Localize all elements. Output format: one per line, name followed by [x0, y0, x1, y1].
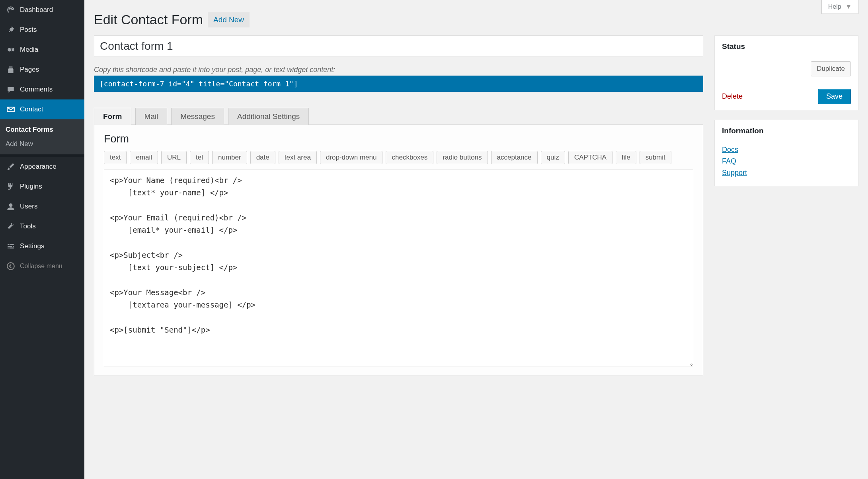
shortcode-box[interactable]: [contact-form-7 id="4" title="Contact fo… [94, 76, 703, 92]
dashboard-icon [6, 5, 16, 15]
tag-btn-acceptance[interactable]: acceptance [491, 151, 538, 164]
content-area: Help ▼ Edit Contact Form Add New Copy th… [84, 0, 868, 479]
tag-btn-submit[interactable]: submit [640, 151, 671, 164]
sidebar-submenu: Contact Forms Add New [0, 119, 84, 154]
tag-btn-date[interactable]: date [250, 151, 275, 164]
panel-heading: Form [104, 133, 693, 145]
pages-icon [6, 64, 16, 75]
tag-btn-quiz[interactable]: quiz [541, 151, 565, 164]
sidebar-item-users[interactable]: Users [0, 197, 84, 216]
tab-mail[interactable]: Mail [135, 108, 168, 125]
tag-btn-url[interactable]: URL [161, 151, 187, 164]
information-box: Information Docs FAQ Support [714, 120, 858, 186]
sidebar-item-plugins[interactable]: Plugins [0, 177, 84, 197]
admin-sidebar: Dashboard Posts Media Pages Comments Con… [0, 0, 84, 479]
tag-btn-text[interactable]: text [104, 151, 127, 164]
svg-point-0 [8, 48, 11, 52]
comment-icon [6, 84, 16, 95]
tag-generator-row: text email URL tel number date text area… [104, 151, 693, 164]
brush-icon [6, 162, 16, 172]
plug-icon [6, 181, 16, 192]
sidebar-item-media[interactable]: Media [0, 40, 84, 60]
delete-link[interactable]: Delete [722, 92, 743, 101]
tag-btn-number[interactable]: number [212, 151, 247, 164]
collapse-label: Collapse menu [20, 263, 62, 270]
collapse-icon [6, 261, 16, 271]
tag-btn-checkboxes[interactable]: checkboxes [386, 151, 433, 164]
sidebar-item-label: Plugins [20, 183, 42, 191]
sidebar-item-label: Tools [20, 222, 36, 230]
user-icon [6, 201, 16, 212]
sidebar-item-label: Dashboard [20, 6, 53, 14]
sidebar-item-label: Posts [20, 26, 37, 34]
tab-additional-settings[interactable]: Additional Settings [228, 108, 309, 125]
sidebar-item-label: Users [20, 203, 37, 210]
shortcode-hint: Copy this shortcode and paste it into yo… [94, 66, 703, 74]
help-tab-button[interactable]: Help ▼ [821, 0, 858, 14]
tag-btn-textarea[interactable]: text area [279, 151, 317, 164]
sidebar-item-posts[interactable]: Posts [0, 20, 84, 40]
info-link-faq[interactable]: FAQ [722, 156, 851, 167]
sidebar-item-label: Media [20, 46, 38, 54]
tab-panel: Form text email URL tel number date text… [94, 125, 703, 376]
page-title: Edit Contact Form [94, 12, 203, 27]
sidebar-item-label: Comments [20, 86, 53, 93]
sidebar-subitem-add-new[interactable]: Add New [0, 137, 84, 151]
save-button[interactable]: Save [818, 89, 851, 104]
tag-btn-radio[interactable]: radio buttons [437, 151, 488, 164]
editor-tabs: Form Mail Messages Additional Settings [94, 108, 703, 125]
sidebar-item-label: Pages [20, 66, 39, 74]
duplicate-button[interactable]: Duplicate [811, 61, 851, 76]
form-title-input[interactable] [94, 35, 703, 57]
tag-btn-file[interactable]: file [616, 151, 636, 164]
media-icon [6, 45, 16, 55]
sidebar-item-label: Contact [20, 105, 43, 113]
add-new-button[interactable]: Add New [208, 12, 250, 27]
tag-btn-dropdown[interactable]: drop-down menu [320, 151, 383, 164]
sidebar-item-tools[interactable]: Tools [0, 216, 84, 236]
tag-btn-captcha[interactable]: CAPTCHA [568, 151, 612, 164]
svg-point-2 [7, 263, 14, 270]
status-title: Status [715, 36, 858, 57]
info-link-docs[interactable]: Docs [722, 144, 851, 156]
mail-icon [6, 104, 16, 115]
sidebar-item-label: Appearance [20, 163, 57, 171]
info-link-support[interactable]: Support [722, 167, 851, 179]
sidebar-item-appearance[interactable]: Appearance [0, 157, 84, 177]
collapse-menu[interactable]: Collapse menu [0, 256, 84, 276]
sidebar-item-label: Settings [20, 242, 44, 250]
pin-icon [6, 25, 16, 35]
information-title: Information [715, 120, 858, 142]
tag-btn-tel[interactable]: tel [190, 151, 209, 164]
tag-btn-email[interactable]: email [130, 151, 158, 164]
tab-form[interactable]: Form [94, 108, 131, 125]
form-body-textarea[interactable] [104, 169, 693, 366]
tab-messages[interactable]: Messages [171, 108, 224, 125]
sidebar-item-settings[interactable]: Settings [0, 236, 84, 256]
sidebar-subitem-contact-forms[interactable]: Contact Forms [0, 123, 84, 137]
sidebar-item-contact[interactable]: Contact [0, 99, 84, 119]
sidebar-item-comments[interactable]: Comments [0, 80, 84, 99]
wrench-icon [6, 221, 16, 232]
sliders-icon [6, 241, 16, 251]
sidebar-item-pages[interactable]: Pages [0, 60, 84, 80]
sidebar-item-dashboard[interactable]: Dashboard [0, 0, 84, 20]
chevron-down-icon: ▼ [845, 3, 852, 10]
help-label: Help [828, 3, 841, 10]
status-box: Status Duplicate Delete Save [714, 35, 858, 110]
svg-point-1 [9, 203, 13, 207]
